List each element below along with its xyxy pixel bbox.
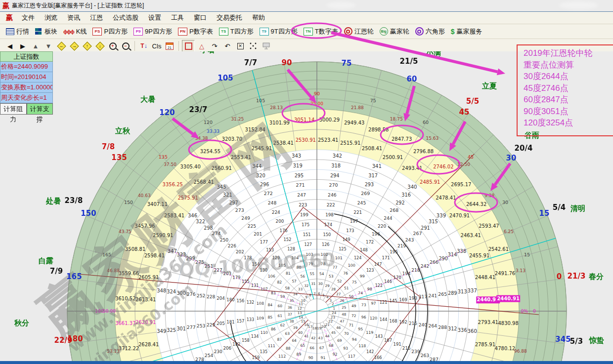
- toolbar-item-2[interactable]: ϕϕϕK线: [60, 26, 89, 38]
- svg-text:289: 289: [448, 290, 457, 296]
- menu-item-8[interactable]: 交易委托: [212, 12, 247, 23]
- svg-text:68: 68: [329, 343, 334, 348]
- triangle-tool-button[interactable]: △: [196, 40, 208, 51]
- svg-text:176: 176: [279, 228, 287, 233]
- nav-down-button[interactable]: ▼: [43, 40, 54, 51]
- svg-text:4780.12: 4780.12: [495, 346, 515, 351]
- menu-item-5[interactable]: 设置: [143, 12, 166, 23]
- svg-text:67: 67: [319, 346, 324, 350]
- menu-item-2[interactable]: 资讯: [62, 12, 85, 23]
- menu-item-6[interactable]: 工具: [166, 12, 189, 23]
- toolbar-item-label: P数字表: [189, 27, 213, 36]
- svg-text:6: 6: [318, 292, 320, 296]
- nav-first-button[interactable]: ◀: [4, 40, 16, 51]
- svg-text:157: 157: [237, 319, 245, 324]
- svg-text:247: 247: [297, 192, 306, 198]
- delete-box-button[interactable]: ✕: [234, 40, 246, 51]
- svg-text:54: 54: [319, 272, 324, 276]
- pan-down-button[interactable]: ↓: [94, 40, 106, 51]
- svg-text:312: 312: [448, 326, 457, 331]
- tick-range-button[interactable]: T↓: [138, 40, 150, 51]
- toolbar-item-7[interactable]: T99T四方形: [257, 26, 301, 38]
- toolbar-item-9[interactable]: 江恩轮: [341, 26, 377, 38]
- wheel-outer-label: 135: [111, 153, 127, 162]
- pan-right-button[interactable]: →: [68, 40, 80, 51]
- rotate-cw-button[interactable]: ↷: [209, 40, 220, 51]
- calc-support-button[interactable]: 计算支撑: [27, 103, 53, 115]
- menu-item-9[interactable]: 帮助: [247, 12, 270, 23]
- nav-up-button[interactable]: ▲: [30, 40, 42, 51]
- rotate-ccw-button[interactable]: ↶: [221, 40, 233, 51]
- toolbar-item-12[interactable]: $赢家服务: [448, 26, 485, 38]
- menu-item-7[interactable]: 窗口: [189, 12, 212, 23]
- center-points-button[interactable]: [247, 40, 259, 51]
- pan-left-button[interactable]: ←: [55, 40, 67, 51]
- svg-text:38: 38: [289, 319, 294, 324]
- wheel-outer-label: 大暑: [140, 95, 155, 104]
- menu-item-4[interactable]: 公式选股: [108, 12, 143, 23]
- svg-text:314: 314: [448, 252, 457, 257]
- toolbar-item-8[interactable]: TNT数字表: [301, 26, 341, 38]
- svg-text:243: 243: [405, 237, 414, 243]
- svg-text:220: 220: [378, 224, 386, 229]
- svg-text:127: 127: [305, 242, 312, 247]
- svg-text:194: 194: [402, 271, 411, 276]
- svg-text:196: 196: [372, 232, 380, 237]
- svg-text:13: 13: [298, 311, 302, 315]
- svg-text:57: 57: [292, 279, 297, 283]
- toolbar-item-11[interactable]: 六角形: [412, 26, 448, 38]
- wheel-outer-label: 7/9: [50, 267, 63, 276]
- svg-text:40: 40: [298, 330, 303, 335]
- calc-resistance-button[interactable]: 计算阻力: [0, 103, 27, 115]
- pan-up-button[interactable]: ↑: [81, 40, 93, 51]
- svg-text:218: 218: [411, 268, 420, 273]
- svg-text:206: 206: [223, 346, 231, 351]
- svg-text:31: 31: [311, 282, 315, 286]
- wheel-outer-label: 165: [66, 272, 82, 281]
- toolbar-item-5[interactable]: PNP数字表: [175, 26, 216, 38]
- toolbar-item-1[interactable]: 板块: [32, 26, 60, 38]
- menu-item-3[interactable]: 江恩: [85, 12, 108, 23]
- svg-text:8: 8: [309, 293, 311, 297]
- rectangle-tool-button[interactable]: [182, 40, 195, 52]
- svg-text:86: 86: [271, 327, 276, 331]
- svg-text:4830.98: 4830.98: [498, 321, 518, 326]
- svg-text:2: 2: [332, 302, 334, 306]
- svg-text:252: 252: [197, 293, 206, 298]
- svg-text:44: 44: [325, 334, 330, 338]
- toolbar-item-6[interactable]: TST四方形: [216, 26, 257, 38]
- svg-text:148: 148: [360, 247, 368, 252]
- svg-text:219: 219: [397, 243, 406, 248]
- svg-text:126: 126: [322, 242, 329, 247]
- cls-button[interactable]: Cls: [151, 40, 163, 51]
- zoom-in-button[interactable]: +: [107, 40, 119, 51]
- svg-text:226: 226: [228, 243, 236, 248]
- toolbar-item-3[interactable]: PSP四方形: [89, 26, 131, 38]
- svg-text:271: 271: [296, 182, 305, 188]
- toolbar-item-10[interactable]: Big赢家轮: [377, 26, 412, 38]
- svg-text:170: 170: [393, 275, 401, 280]
- svg-text:199: 199: [300, 212, 308, 217]
- toolbar-separator: [134, 41, 135, 51]
- menu-item-0[interactable]: 文件: [17, 12, 40, 23]
- svg-text:26: 26: [340, 298, 345, 303]
- toolbar-item-4[interactable]: P99P四方形: [131, 26, 175, 38]
- presentation-button[interactable]: [260, 40, 272, 51]
- menu-bar: 赢 文件浏览资讯江恩公式选股设置工具窗口交易委托帮助: [0, 12, 613, 24]
- svg-text:122: 122: [375, 283, 383, 288]
- toolbar-item-0[interactable]: 行情: [3, 26, 32, 38]
- nav-prev-button[interactable]: ▶: [17, 40, 29, 51]
- menu-item-1[interactable]: 浏览: [40, 12, 62, 23]
- svg-text:62: 62: [280, 323, 285, 327]
- wheel-outer-label: 345: [555, 335, 570, 344]
- svg-text:222: 222: [327, 202, 335, 207]
- calendar-button[interactable]: 21: [164, 40, 175, 51]
- toolbar-item-label: 赢家服务: [457, 27, 482, 36]
- svg-text:15.63: 15.63: [426, 136, 438, 141]
- svg-text:35: 35: [289, 298, 294, 303]
- svg-text:239: 239: [411, 349, 420, 354]
- svg-text:228: 228: [207, 294, 215, 299]
- badge: TN: [304, 28, 313, 36]
- svg-text:316: 316: [401, 192, 411, 198]
- zoom-out-button[interactable]: −: [120, 40, 131, 51]
